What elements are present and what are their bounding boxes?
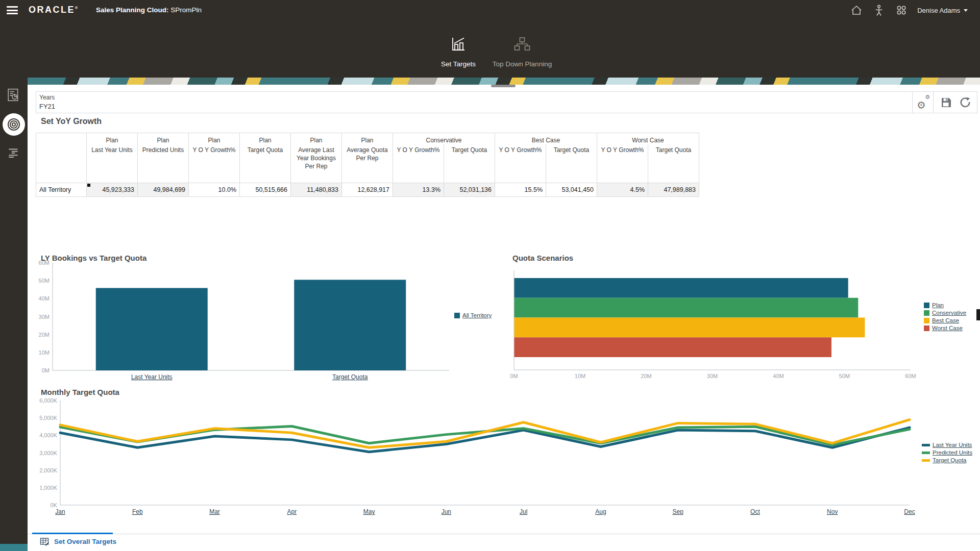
monthly-target-quota-line-chart[interactable]: 0K1,000K2,000K3,000K4,000K5,000K6,000KJa… xyxy=(36,397,924,522)
column-header: Y O Y Growth% xyxy=(393,144,444,183)
left-sidebar xyxy=(0,78,28,551)
pov-member-years[interactable]: Years FY21 xyxy=(36,92,912,113)
legend-item[interactable]: Target Quota xyxy=(922,457,972,463)
app-grid-icon[interactable] xyxy=(895,4,908,17)
user-name: Denise Adams xyxy=(917,7,960,14)
grid-cell[interactable]: 53,041,450 xyxy=(546,183,597,197)
chevron-down-icon xyxy=(964,9,968,12)
svg-text:20M: 20M xyxy=(641,373,651,379)
grid-cell[interactable]: 49,984,699 xyxy=(138,183,189,197)
oracle-logo: ORACLE® xyxy=(29,5,78,15)
svg-text:50M: 50M xyxy=(839,373,850,379)
group-header-conservative: Conservative xyxy=(393,133,495,144)
group-header: Plan xyxy=(87,133,138,144)
report-dashboard-icon[interactable] xyxy=(7,88,21,102)
ly-bookings-bar-chart[interactable]: 0M10M20M30M40M50M60MLast Year UnitsTarge… xyxy=(36,261,459,389)
svg-text:Oct: Oct xyxy=(750,508,760,515)
column-header: Target Quota xyxy=(444,144,495,183)
ly-bookings-legend: All Territory xyxy=(454,312,492,320)
save-icon[interactable] xyxy=(940,96,953,109)
column-header: Y O Y Growth% xyxy=(495,144,546,183)
svg-text:1,000K: 1,000K xyxy=(39,485,58,491)
grid-cell[interactable]: 11,480,833 xyxy=(291,183,342,197)
group-header: Plan xyxy=(291,133,342,144)
outline-list-icon[interactable] xyxy=(7,146,21,160)
pov-bar: Years FY21 ⚙ ⚙ xyxy=(36,91,977,113)
legend-item[interactable]: Best Case xyxy=(924,317,966,323)
monthly-quota-legend: Last Year Units Predicted Units Target Q… xyxy=(922,442,972,465)
svg-text:Jul: Jul xyxy=(520,508,527,515)
svg-text:20M: 20M xyxy=(39,332,50,338)
legend-item[interactable]: Conservative xyxy=(924,310,966,316)
grid-pencil-icon xyxy=(40,537,50,546)
svg-text:30M: 30M xyxy=(707,373,718,379)
user-menu[interactable]: Denise Adams xyxy=(917,7,975,14)
accessibility-person-icon[interactable] xyxy=(872,4,886,17)
svg-text:6,000K: 6,000K xyxy=(39,397,58,404)
nav-item-top-down-planning[interactable]: Top Down Planning xyxy=(484,32,560,68)
svg-text:30M: 30M xyxy=(39,314,50,320)
grid-cell[interactable]: 52,031,136 xyxy=(444,183,495,197)
svg-text:10M: 10M xyxy=(39,349,50,356)
grid-cell[interactable]: 47,989,883 xyxy=(648,183,699,197)
panel-drag-handle[interactable] xyxy=(491,85,516,87)
bullseye-icon xyxy=(6,117,21,132)
group-header: Plan xyxy=(138,133,189,144)
grid-cell[interactable]: 12,628,917 xyxy=(342,183,393,197)
grid-corner-cell xyxy=(36,133,87,183)
svg-text:0K: 0K xyxy=(51,502,58,508)
svg-text:4,000K: 4,000K xyxy=(39,432,58,438)
nav-strip: Set Targets Top Down Planning xyxy=(0,20,980,78)
svg-text:Aug: Aug xyxy=(595,508,606,515)
scrollbar-thumb[interactable] xyxy=(976,309,980,320)
svg-text:5,000K: 5,000K xyxy=(39,415,58,421)
legend-swatch xyxy=(922,459,930,462)
legend-item[interactable]: Worst Case xyxy=(924,325,966,331)
row-header-all-territory[interactable]: All Territory xyxy=(36,183,87,197)
svg-text:Jun: Jun xyxy=(442,508,451,515)
quota-scenarios-bar-chart[interactable]: 0M10M20M30M40M50M60M xyxy=(503,261,921,389)
refresh-icon[interactable] xyxy=(958,96,971,109)
svg-text:0M: 0M xyxy=(510,373,518,379)
svg-text:Nov: Nov xyxy=(827,508,838,515)
grid-cell[interactable]: 50,515,666 xyxy=(240,183,291,197)
legend-item[interactable]: Last Year Units xyxy=(922,442,972,448)
legend-item[interactable]: Predicted Units xyxy=(922,449,972,456)
home-icon[interactable] xyxy=(850,4,863,17)
svg-text:0M: 0M xyxy=(42,367,50,373)
grid-cell[interactable]: 4.5% xyxy=(597,183,648,197)
legend-item[interactable]: All Territory xyxy=(454,312,492,318)
set-yoy-growth-grid: Plan Plan Plan Plan Plan Plan Conservati… xyxy=(36,133,699,197)
legend-swatch xyxy=(924,325,929,331)
grid-cell[interactable]: 13.3% xyxy=(393,183,444,197)
column-header: Target Quota xyxy=(546,144,597,183)
column-header: Predicted Units xyxy=(138,144,189,183)
column-header: Last Year Units xyxy=(87,144,138,183)
settings-gear-icon[interactable]: ⚙ ⚙ xyxy=(917,96,929,109)
svg-text:60M: 60M xyxy=(39,260,50,266)
column-header: Target Quota xyxy=(240,144,291,183)
svg-text:3,000K: 3,000K xyxy=(39,450,58,456)
grid-cell[interactable]: 10.0% xyxy=(189,183,240,197)
group-header-worst-case: Worst Case xyxy=(597,133,699,144)
column-header: Average Quota Per Rep xyxy=(342,144,393,183)
grid-cell[interactable]: 15.5% xyxy=(495,183,546,197)
legend-swatch xyxy=(922,444,930,446)
group-header-best-case: Best Case xyxy=(495,133,597,144)
group-header: Plan xyxy=(240,133,291,144)
legend-item[interactable]: Plan xyxy=(924,302,966,308)
group-header: Plan xyxy=(189,133,240,144)
grid-cell[interactable]: 45,923,333 xyxy=(87,183,138,197)
legend-swatch xyxy=(924,303,929,308)
svg-text:Dec: Dec xyxy=(904,508,915,515)
tab-set-overall-targets[interactable]: Set Overall Targets xyxy=(40,537,116,546)
svg-text:Jan: Jan xyxy=(55,508,65,515)
sidebar-item-set-targets-active[interactable] xyxy=(3,113,25,136)
hamburger-menu-icon[interactable] xyxy=(7,6,18,14)
top-bar: ORACLE® Sales Planning Cloud: SPromPln D… xyxy=(0,0,980,20)
pov-member-value: FY21 xyxy=(39,103,912,110)
cell-flag-marker xyxy=(87,184,90,187)
svg-text:40M: 40M xyxy=(773,373,783,379)
svg-text:2,000K: 2,000K xyxy=(39,467,58,473)
sidebar-bottom-decoration xyxy=(0,544,28,551)
